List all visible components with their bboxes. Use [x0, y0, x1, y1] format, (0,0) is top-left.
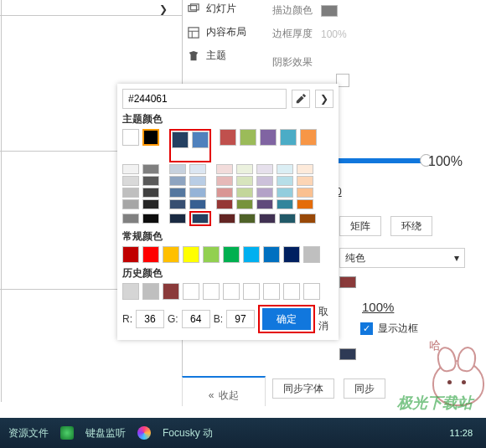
tint-sw[interactable] — [122, 214, 139, 224]
btn-matrix[interactable]: 矩阵 — [339, 216, 381, 236]
tint-sw[interactable] — [239, 214, 256, 224]
hist-sw[interactable] — [223, 283, 240, 300]
theme-sw[interactable] — [220, 129, 236, 146]
tint-sw[interactable] — [169, 188, 186, 198]
theme-sw[interactable] — [172, 131, 189, 148]
tint-sw[interactable] — [189, 199, 206, 209]
taskbar-clock[interactable]: 11:28 — [449, 428, 473, 438]
theme-sw-selected[interactable] — [142, 129, 159, 146]
nav-item-theme[interactable]: 主题 — [188, 49, 226, 63]
nav-item-slides[interactable]: 幻灯片 — [188, 2, 236, 16]
hist-sw[interactable] — [243, 283, 260, 300]
hist-sw[interactable] — [142, 283, 159, 300]
tint-sw[interactable] — [259, 214, 276, 224]
tint-sw[interactable] — [256, 188, 273, 198]
cancel-button[interactable]: 取消 — [318, 305, 333, 333]
theme-sw[interactable] — [280, 129, 297, 146]
theme-sw[interactable] — [192, 131, 209, 148]
fill-type-select[interactable]: 纯色 ▾ — [339, 248, 465, 268]
input-G[interactable] — [182, 310, 210, 328]
tint-sw[interactable] — [299, 214, 316, 224]
tb-app-2[interactable]: 键盘监听 — [85, 426, 126, 440]
btn-sync[interactable]: 同步 — [344, 378, 385, 399]
theme-sw[interactable] — [300, 129, 317, 146]
tint-sw[interactable] — [122, 188, 139, 198]
tb-app-1[interactable]: 资源文件 — [8, 426, 49, 440]
pct-100[interactable]: 100% — [362, 300, 394, 314]
taskbar[interactable]: 资源文件 键盘监听 Focusky 动 11:28 — [0, 418, 486, 448]
std-sw[interactable] — [142, 246, 159, 263]
tint-sw[interactable] — [256, 164, 273, 174]
app-icon[interactable] — [137, 426, 151, 440]
btn-sync-font[interactable]: 同步字体 — [272, 378, 334, 399]
tint-sw[interactable] — [142, 188, 159, 198]
ok-button[interactable]: 确定 — [262, 308, 311, 330]
hist-sw[interactable] — [122, 283, 139, 300]
std-sw[interactable] — [122, 246, 139, 263]
tint-sw[interactable] — [216, 188, 233, 198]
tint-sw[interactable] — [297, 164, 313, 174]
eyedropper-button[interactable] — [292, 90, 310, 108]
theme-sw[interactable] — [240, 129, 256, 146]
tint-sw[interactable] — [142, 199, 159, 209]
app-icon[interactable] — [60, 426, 74, 440]
tint-sw[interactable] — [142, 214, 159, 224]
tint-sw[interactable] — [142, 164, 159, 174]
hist-sw[interactable] — [183, 283, 199, 300]
show-border-checkbox[interactable]: ✓ — [360, 322, 373, 335]
tint-sw[interactable] — [297, 199, 313, 209]
btn-wrap[interactable]: 环绕 — [390, 216, 432, 236]
tint-sw[interactable] — [169, 164, 186, 174]
tint-sw[interactable] — [189, 164, 206, 174]
tint-sw[interactable] — [277, 176, 293, 186]
std-sw[interactable] — [303, 246, 320, 263]
tint-sw[interactable] — [169, 214, 186, 224]
std-sw[interactable] — [223, 246, 240, 263]
opacity-slider[interactable] — [335, 158, 427, 163]
tint-sw[interactable] — [297, 176, 313, 186]
tint-sw[interactable] — [216, 199, 233, 209]
theme-sw[interactable] — [260, 129, 277, 146]
tint-sw-target[interactable] — [192, 214, 209, 224]
border-color-swatch[interactable] — [339, 348, 356, 360]
tint-sw[interactable] — [169, 176, 186, 186]
hist-sw[interactable] — [263, 283, 280, 300]
tint-sw[interactable] — [277, 199, 293, 209]
collapse-panel[interactable]: « 收起 — [182, 376, 266, 406]
std-sw[interactable] — [163, 246, 179, 263]
stroke-color-swatch[interactable] — [321, 5, 338, 17]
std-sw[interactable] — [283, 246, 300, 263]
tint-sw[interactable] — [256, 199, 273, 209]
nav-item-layout[interactable]: 内容布局 — [188, 25, 246, 39]
hex-input[interactable] — [122, 89, 287, 109]
tint-sw[interactable] — [189, 188, 206, 198]
std-sw[interactable] — [243, 246, 260, 263]
tint-sw[interactable] — [216, 164, 233, 174]
std-sw[interactable] — [203, 246, 220, 263]
tint-sw[interactable] — [236, 164, 253, 174]
hist-sw[interactable] — [203, 283, 220, 300]
expand-button[interactable]: ❯ — [315, 90, 333, 108]
std-sw[interactable] — [263, 246, 280, 263]
tint-sw[interactable] — [256, 176, 273, 186]
tint-sw[interactable] — [216, 176, 233, 186]
theme-sw[interactable] — [122, 129, 139, 146]
tint-sw[interactable] — [236, 188, 253, 198]
input-R[interactable] — [136, 310, 164, 328]
tint-sw[interactable] — [219, 214, 235, 224]
border-width-value[interactable]: 100% — [321, 28, 347, 40]
fill-color-swatch[interactable] — [339, 276, 356, 288]
tint-sw[interactable] — [279, 214, 296, 224]
hist-sw[interactable] — [283, 283, 300, 300]
tint-sw[interactable] — [122, 176, 139, 186]
tint-sw[interactable] — [277, 164, 293, 174]
hist-sw[interactable] — [303, 283, 320, 300]
tint-sw[interactable] — [189, 176, 206, 186]
tint-sw[interactable] — [122, 164, 139, 174]
tint-sw[interactable] — [169, 199, 186, 209]
tb-app-3[interactable]: Focusky 动 — [163, 426, 213, 440]
hist-sw[interactable] — [163, 283, 179, 300]
chevron-right-icon[interactable]: ❯ — [159, 3, 168, 15]
tint-sw[interactable] — [142, 176, 159, 186]
std-sw[interactable] — [183, 246, 199, 263]
